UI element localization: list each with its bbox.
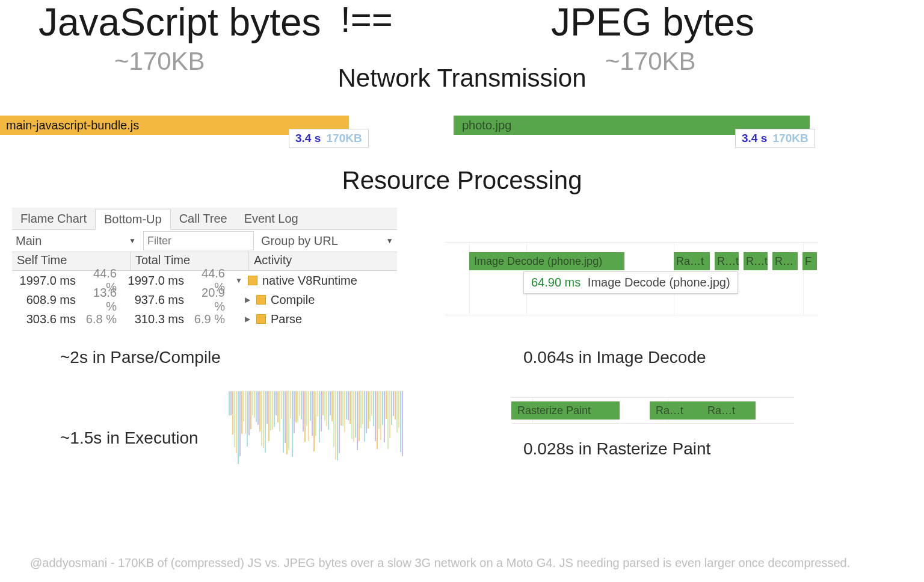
tl-tooltip-label: Image Decode (phone.jpg) [588,276,730,289]
expand-icon[interactable]: ▶ [243,315,251,323]
tl-image-decode[interactable]: Image Decode (phone.jpg) [469,252,624,270]
cell-activity: ▶Parse [229,309,397,329]
expand-icon[interactable]: ▶ [243,296,251,304]
section-processing: Resource Processing [0,166,924,195]
tl-small-bar[interactable]: R…t [715,252,739,270]
heading-js: JavaScript bytes [38,0,321,45]
img-badge-size: 170KB [773,132,808,144]
rasterize-timeline: Rasterize Paint Ra…t Ra…t [511,397,794,424]
tl-tooltip: 64.90 ms Image Decode (phone.jpg) [523,271,738,294]
chevron-down-icon: ▼ [386,237,393,245]
tab-flame-chart[interactable]: Flame Chart [12,208,95,229]
tab-bottom-up[interactable]: Bottom-Up [95,209,171,230]
cell-total: 310.3 ms6.9 % [120,309,229,329]
heading-jpeg: JPEG bytes [551,0,754,45]
devtools-tabs: Flame Chart Bottom-Up Call Tree Event Lo… [12,208,397,230]
rasterize-bar-1[interactable]: Ra…t [650,401,704,419]
filter-input[interactable] [143,231,254,250]
summary-exec: ~1.5s in Execution [60,429,199,448]
cell-activity: ▼native V8Runtime [229,271,397,290]
summary-parse: ~2s in Parse/Compile [60,348,221,367]
devtools-toolbar: Main ▼ Group by URL ▼ [12,230,397,252]
tl-tooltip-ms: 64.90 ms [531,276,581,289]
image-decode-timeline: Image Decode (phone.jpg) Ra…tR…tR…tR…F 6… [445,242,818,315]
devtools-row[interactable]: 608.9 ms13.6 %937.6 ms20.9 %▶Compile [12,290,397,309]
tl-small-bar[interactable]: F [802,252,817,270]
activity-color-icon [256,314,266,324]
section-network: Network Transmission [0,64,924,93]
tab-call-tree[interactable]: Call Tree [171,208,236,229]
timing-badge-js: 3.4 s 170KB [289,129,369,148]
heading-neq: !== [340,0,393,40]
tl-small-bar[interactable]: Ra…t [674,252,710,270]
devtools-row[interactable]: 303.6 ms6.8 %310.3 ms6.9 %▶Parse [12,309,397,329]
js-badge-size: 170KB [327,132,362,144]
tl-small-bar[interactable]: R… [772,252,798,270]
network-img-filename: photo.jpg [462,119,511,132]
thread-select[interactable]: Main ▼ [12,233,140,249]
network-js-filename: main-javascript-bundle.js [6,119,139,132]
cell-self: 303.6 ms6.8 % [12,309,120,329]
cell-activity: ▶Compile [229,290,397,309]
timing-badge-img: 3.4 s 170KB [735,129,815,148]
tl-small-bar[interactable]: R…t [744,252,768,270]
thread-label: Main [16,234,42,248]
summary-decode: 0.064s in Image Decode [523,348,706,367]
img-time: 3.4 s [742,132,767,144]
rasterize-bar-2[interactable]: Ra…t [701,401,756,419]
footer-attribution: @addyosmani - 170KB of (compressed) JS v… [30,556,894,570]
js-time: 3.4 s [295,132,321,144]
rasterize-bar-0[interactable]: Rasterize Paint [511,401,620,419]
activity-color-icon [256,295,266,305]
col-activity[interactable]: Activity [249,252,397,270]
activity-color-icon [248,276,257,285]
group-select[interactable]: Group by URL ▼ [261,234,393,248]
tab-event-log[interactable]: Event Log [236,208,307,229]
cell-self: 608.9 ms13.6 % [12,290,120,309]
chevron-down-icon: ▼ [129,237,136,245]
summary-raster: 0.028s in Rasterize Paint [523,439,710,459]
expand-icon[interactable]: ▼ [235,276,243,285]
flame-graph [229,391,403,481]
cell-total: 937.6 ms20.9 % [120,290,229,309]
devtools-rows: 1997.0 ms44.6 %1997.0 ms44.6 %▼native V8… [12,271,397,329]
devtools-panel: Flame Chart Bottom-Up Call Tree Event Lo… [12,208,397,329]
group-label: Group by URL [261,234,338,248]
